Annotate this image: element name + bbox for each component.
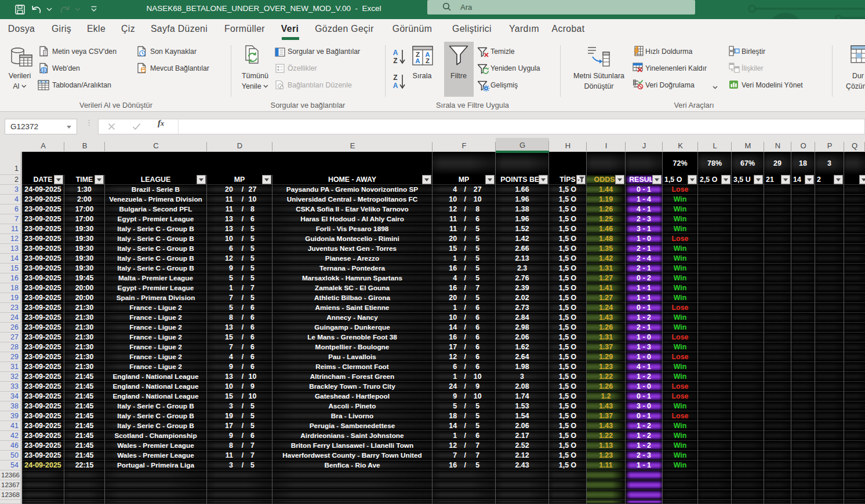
svg-text:Z: Z bbox=[426, 57, 430, 64]
svg-text:A: A bbox=[393, 82, 398, 90]
svg-text:A: A bbox=[415, 57, 420, 64]
svg-text:Z: Z bbox=[393, 74, 397, 82]
svg-text:Z: Z bbox=[416, 51, 420, 58]
svg-text:A: A bbox=[393, 49, 398, 57]
svg-text:Z: Z bbox=[393, 57, 397, 65]
svg-text:A: A bbox=[425, 51, 430, 58]
